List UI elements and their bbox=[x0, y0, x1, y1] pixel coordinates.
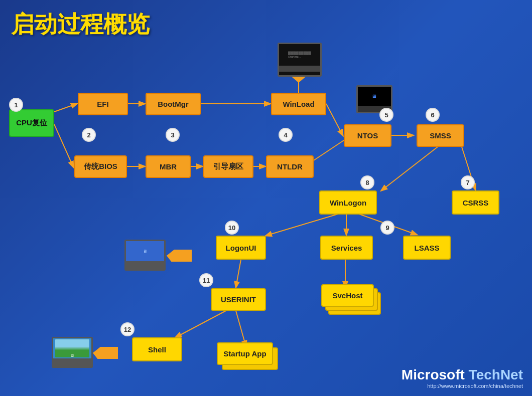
svg-line-13 bbox=[266, 213, 341, 236]
badge-2: 2 bbox=[82, 128, 96, 142]
badge-7: 7 bbox=[461, 175, 475, 189]
svg-line-0 bbox=[54, 104, 77, 112]
svg-line-11 bbox=[381, 147, 438, 190]
brand-url: http://www.microsoft.com/china/technet bbox=[402, 383, 523, 389]
smss-box: SMSS bbox=[417, 124, 464, 147]
badge-4: 4 bbox=[279, 128, 293, 142]
badge-3: 3 bbox=[166, 128, 180, 142]
bios-box: 传统BIOS bbox=[74, 155, 127, 178]
cpu-box: CPU复位 bbox=[9, 109, 54, 137]
efi-box: EFI bbox=[78, 93, 128, 115]
winlogon-box: WinLogon bbox=[319, 190, 377, 215]
badge-1: 1 bbox=[9, 98, 23, 112]
page-title: 启动过程概览 bbox=[11, 9, 150, 40]
boot-screen-top: ▓▓▓▓▓▓▓▓▓ Starting... bbox=[278, 43, 322, 77]
shell-arrow bbox=[93, 347, 118, 359]
badge-6: 6 bbox=[426, 108, 440, 122]
badge-8: 8 bbox=[360, 175, 374, 189]
svg-line-16 bbox=[236, 260, 241, 287]
svg-line-18 bbox=[176, 311, 226, 337]
microsoft-text: Microsoft bbox=[402, 367, 465, 382]
badge-10: 10 bbox=[225, 221, 239, 235]
bootmgr-box: BootMgr bbox=[146, 93, 201, 115]
badge-9: 9 bbox=[380, 221, 394, 235]
badge-11: 11 bbox=[199, 273, 213, 287]
svg-line-1 bbox=[54, 124, 73, 167]
shell-box: Shell bbox=[132, 337, 182, 361]
userinit-box: USERINIT bbox=[211, 288, 266, 311]
ntldr-box: NTLDR bbox=[266, 155, 314, 178]
services-box: Services bbox=[320, 236, 373, 260]
mbr-box: MBR bbox=[146, 155, 191, 178]
boot-sector-box: 引导扇区 bbox=[203, 155, 253, 178]
svg-line-19 bbox=[236, 311, 246, 346]
brand-name: Microsoft TechNet bbox=[402, 367, 523, 383]
technet-text: TechNet bbox=[469, 367, 523, 382]
logonui-screen: 🖥 bbox=[124, 240, 166, 271]
svg-line-8 bbox=[326, 104, 343, 135]
startup-stack: Startup App Startup App bbox=[217, 342, 282, 377]
brand-section: Microsoft TechNet http://www.microsoft.c… bbox=[402, 367, 523, 389]
ntos-box: NTOS bbox=[344, 124, 391, 147]
shell-screen: 🖼 bbox=[52, 337, 93, 368]
logonui-box: LogonUI bbox=[216, 236, 266, 260]
winload-box: WinLoad bbox=[271, 93, 326, 115]
badge-5: 5 bbox=[379, 108, 393, 122]
lsass-box: LSASS bbox=[403, 236, 451, 260]
logon-arrow bbox=[167, 250, 192, 262]
badge-12: 12 bbox=[120, 322, 135, 336]
svchost-stack: SvcHost SvcHost SvcHost bbox=[321, 284, 381, 349]
csrss-box: CSRSS bbox=[452, 190, 499, 215]
